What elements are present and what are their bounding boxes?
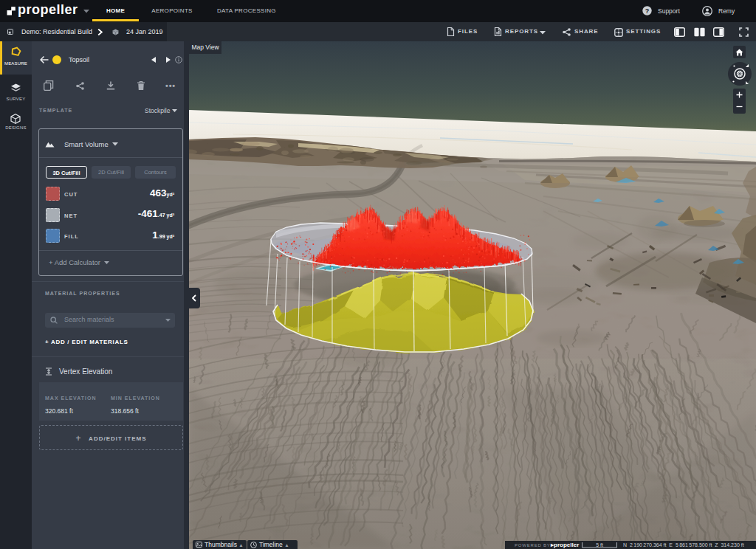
svg-text:?: ? [645, 7, 650, 15]
svg-text:5 ft: 5 ft [596, 542, 603, 548]
